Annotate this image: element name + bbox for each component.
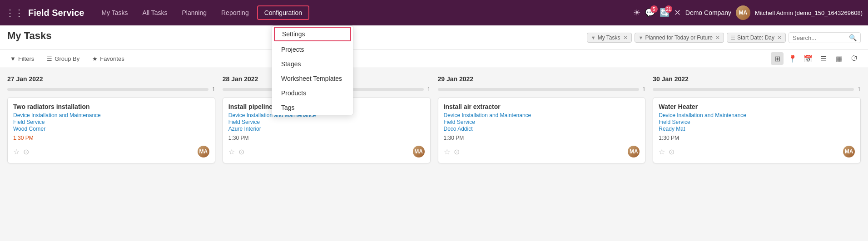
task-star-icon-0-0[interactable]: ☆ [13,148,20,156]
task-meta-line1-3-0: Device Installation and Maintenance [659,112,855,118]
task-meta-line3-3-0: Ready Mat [659,126,855,132]
task-card-2-0: Install air extractor Device Installatio… [438,97,646,163]
task-star-icon-1-0[interactable]: ☆ [228,148,235,156]
company-name: Demo Company [685,9,731,16]
view-map-icon[interactable]: 📍 [786,52,799,65]
task-meta-line2-3-0: Field Service [659,119,855,125]
task-clock-icon-1-0[interactable]: ⊙ [238,148,244,156]
day-column-0: 27 Jan 2022 1 Two radiators installation… [7,75,215,168]
task-time-2-0: 1:30 PM [444,135,640,141]
activity-icon[interactable]: 🔄 21 [660,8,670,18]
filter-chip-startdate: ☰ Start Date: Day ✕ [727,33,786,43]
task-footer-1-0: ☆ ⊙ MA [228,146,425,157]
task-meta-line1-2-0: Device Installation and Maintenance [444,112,640,118]
favorites-button[interactable]: ★ Favorites [89,54,127,64]
view-pivot-icon[interactable]: ▦ [833,52,845,65]
dropdown-item-settings[interactable]: Settings [274,27,351,41]
filter-chip-mytasks: ▼ My Tasks ✕ [587,33,632,43]
task-avatar-2-0: MA [628,146,640,157]
task-clock-icon-3-0[interactable]: ⊙ [669,148,675,156]
dropdown-item-projects[interactable]: Projects [272,42,353,57]
nav-right: ☀ 💬 5 🔄 21 ✕ Demo Company MA Mitchell Ad… [633,5,863,20]
task-actions-1-0: ☆ ⊙ [228,148,244,156]
task-footer-0-0: ☆ ⊙ MA [13,146,209,157]
toolbar-left: ▼ Filters ☰ Group By ★ Favorites [7,54,127,64]
task-avatar-0-0: MA [198,146,209,157]
user-avatar[interactable]: MA [736,5,750,20]
day-count-2: 1 [643,86,646,93]
dropdown-item-tags[interactable]: Tags [272,100,353,115]
sun-icon[interactable]: ☀ [633,8,640,18]
dropdown-item-stages[interactable]: Stages [272,57,353,71]
day-count-1: 1 [427,86,431,93]
task-star-icon-3-0[interactable]: ☆ [659,148,665,156]
chip-label-planned: Planned for Today or Future [645,34,713,41]
chat-icon[interactable]: 💬 5 [645,8,655,18]
task-title-3-0: Water Heater [659,103,855,110]
chip-label-startdate: Start Date: Day [737,34,774,41]
task-title-0-0: Two radiators installation [13,103,209,110]
filter-funnel-icon2: ▼ [639,35,644,40]
chip-label-mytasks: My Tasks [598,34,620,41]
task-meta-line2-2-0: Field Service [444,119,640,125]
filter-list-icon: ☰ [731,35,735,41]
dropdown-item-worksheet-templates[interactable]: Worksheet Templates [272,71,353,86]
nav-item-configuration[interactable]: Configuration [257,5,309,20]
chip-close-mytasks[interactable]: ✕ [623,34,628,41]
filter-icon: ▼ [10,55,16,62]
second-toolbar: ▼ Filters ☰ Group By ★ Favorites ⊞ 📍 📅 ☰… [0,49,868,68]
task-meta-line3-0-0: Wood Corner [13,126,209,132]
user-name: Mitchell Admin (demo_150_1643269608) [755,10,863,16]
task-clock-icon-0-0[interactable]: ⊙ [23,148,29,156]
task-clock-icon-2-0[interactable]: ⊙ [454,148,460,156]
star-icon: ★ [92,55,98,62]
day-progress-row-0: 1 [7,86,215,93]
groupby-button[interactable]: ☰ Group By [44,54,82,64]
day-progress-row-2: 1 [438,86,646,93]
chip-close-startdate[interactable]: ✕ [777,34,782,41]
task-footer-3-0: ☆ ⊙ MA [659,146,855,157]
nav-item-alltasks[interactable]: All Tasks [136,6,174,19]
day-header-0: 27 Jan 2022 [7,75,215,83]
favorites-label: Favorites [100,55,124,62]
toolbar-right: ⊞ 📍 📅 ☰ ▦ ⏱ [771,52,861,65]
task-actions-0-0: ☆ ⊙ [13,148,29,156]
view-calendar-icon[interactable]: 📅 [802,52,814,65]
day-progress-bar-3 [653,88,854,91]
activity-badge: 21 [665,5,672,13]
app-brand: Field Service [28,8,84,18]
task-star-icon-2-0[interactable]: ☆ [444,148,450,156]
nav-item-planning[interactable]: Planning [175,6,213,19]
task-actions-3-0: ☆ ⊙ [659,148,675,156]
search-icon[interactable]: 🔍 [849,34,857,41]
task-time-3-0: 1:30 PM [659,135,855,141]
task-card-0-0: Two radiators installation Device Instal… [7,97,215,163]
grid-icon[interactable]: ⋮⋮ [5,7,24,18]
subheader: My Tasks ▼ My Tasks ✕ ▼ Planned for Toda… [0,25,868,49]
chip-close-planned[interactable]: ✕ [715,34,720,41]
task-meta-line2-1-0: Field Service [228,119,425,125]
day-header-2: 29 Jan 2022 [438,75,646,83]
view-kanban-icon[interactable]: ⊞ [771,52,784,65]
view-activity-icon[interactable]: ⏱ [848,52,861,65]
filters-label: Filters [18,55,34,62]
main-content: 27 Jan 2022 1 Two radiators installation… [0,68,868,175]
task-meta-line1-0-0: Device Installation and Maintenance [13,112,209,118]
chat-badge: 5 [650,5,658,13]
groupby-icon: ☰ [47,55,52,62]
filters-button[interactable]: ▼ Filters [7,54,37,64]
day-count-0: 1 [212,86,215,93]
view-list-icon[interactable]: ☰ [817,52,830,65]
nav-item-reporting[interactable]: Reporting [215,6,255,19]
day-count-3: 1 [858,86,861,93]
search-input[interactable] [793,34,847,41]
settings-close-icon[interactable]: ✕ [674,8,681,18]
dropdown-item-products[interactable]: Products [272,86,353,100]
task-meta-line2-0-0: Field Service [13,119,209,125]
day-column-2: 29 Jan 2022 1 Install air extractor Devi… [438,75,646,168]
nav-item-mytasks[interactable]: My Tasks [95,6,134,19]
day-progress-bar-0 [7,88,208,91]
day-progress-bar-2 [438,88,639,91]
task-meta-line3-2-0: Deco Addict [444,126,640,132]
page-title: My Tasks [7,30,51,42]
